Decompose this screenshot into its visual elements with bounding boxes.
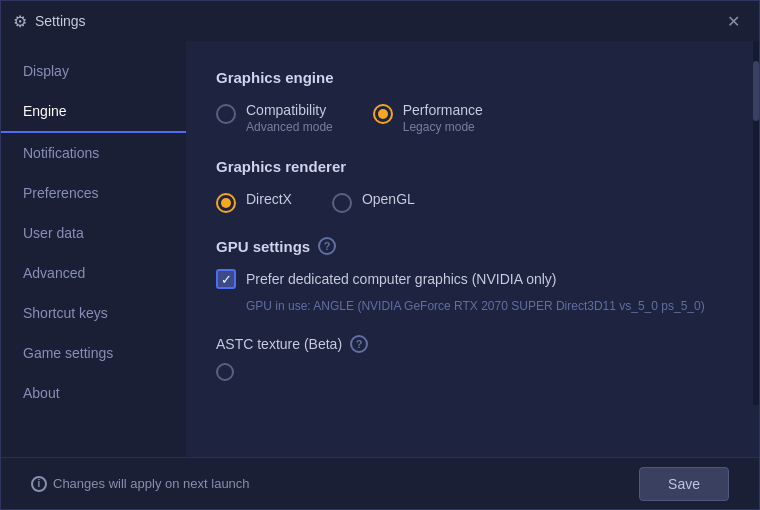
titlebar: ⚙ Settings ✕ [1, 1, 759, 41]
astc-section: ASTC texture (Beta) ? [216, 335, 729, 353]
engine-compatibility-radio[interactable] [216, 104, 236, 124]
astc-radio-row [216, 361, 729, 381]
renderer-directx-radio[interactable] [216, 193, 236, 213]
gpu-help-icon[interactable]: ? [318, 237, 336, 255]
gpu-settings-title: GPU settings [216, 238, 310, 255]
graphics-renderer-title: Graphics renderer [216, 158, 729, 175]
save-button[interactable]: Save [639, 467, 729, 501]
engine-performance-radio[interactable] [373, 104, 393, 124]
astc-radio[interactable] [216, 363, 234, 381]
scrollbar-track[interactable] [753, 41, 759, 405]
engine-performance-label: Performance [403, 102, 483, 118]
graphics-engine-title: Graphics engine [216, 69, 729, 86]
graphics-renderer-options: DirectX OpenGL [216, 191, 729, 213]
renderer-directx-label: DirectX [246, 191, 292, 207]
footer: i Changes will apply on next launch Save [1, 457, 759, 509]
renderer-directx-option[interactable]: DirectX [216, 191, 292, 213]
renderer-opengl-radio[interactable] [332, 193, 352, 213]
scrollbar-thumb[interactable] [753, 61, 759, 121]
engine-performance-option[interactable]: Performance Legacy mode [373, 102, 483, 134]
renderer-opengl-option[interactable]: OpenGL [332, 191, 415, 213]
gpu-checkbox-row: ✓ Prefer dedicated computer graphics (NV… [216, 269, 729, 289]
engine-performance-sublabel: Legacy mode [403, 120, 483, 134]
info-icon: i [31, 476, 47, 492]
footer-info-text: Changes will apply on next launch [53, 476, 250, 491]
sidebar: Display Engine Notifications Preferences… [1, 41, 186, 457]
sidebar-item-advanced[interactable]: Advanced [1, 253, 186, 293]
main-panel: Graphics engine Compatibility Advanced m… [186, 41, 759, 457]
content-area: Display Engine Notifications Preferences… [1, 41, 759, 457]
gpu-dedicated-checkbox[interactable]: ✓ [216, 269, 236, 289]
renderer-opengl-label: OpenGL [362, 191, 415, 207]
close-button[interactable]: ✕ [719, 7, 747, 35]
gpu-dedicated-label: Prefer dedicated computer graphics (NVID… [246, 271, 556, 287]
settings-icon: ⚙ [13, 12, 27, 31]
astc-help-icon[interactable]: ? [350, 335, 368, 353]
sidebar-item-shortcut-keys[interactable]: Shortcut keys [1, 293, 186, 333]
sidebar-item-about[interactable]: About [1, 373, 186, 413]
graphics-engine-section: Graphics engine Compatibility Advanced m… [216, 69, 729, 134]
settings-window: ⚙ Settings ✕ Display Engine Notification… [0, 0, 760, 510]
engine-compatibility-label: Compatibility [246, 102, 333, 118]
window-title: Settings [35, 13, 719, 29]
gpu-header: GPU settings ? [216, 237, 729, 255]
gpu-info-text: GPU in use: ANGLE (NVIDIA GeForce RTX 20… [216, 297, 729, 315]
footer-info: i Changes will apply on next launch [31, 476, 639, 492]
graphics-renderer-section: Graphics renderer DirectX OpenGL [216, 158, 729, 213]
engine-compatibility-option[interactable]: Compatibility Advanced mode [216, 102, 333, 134]
engine-compatibility-sublabel: Advanced mode [246, 120, 333, 134]
graphics-engine-options: Compatibility Advanced mode Performance … [216, 102, 729, 134]
sidebar-item-display[interactable]: Display [1, 51, 186, 91]
sidebar-item-preferences[interactable]: Preferences [1, 173, 186, 213]
astc-label: ASTC texture (Beta) [216, 336, 342, 352]
sidebar-item-user-data[interactable]: User data [1, 213, 186, 253]
sidebar-item-engine[interactable]: Engine [1, 91, 186, 133]
sidebar-item-game-settings[interactable]: Game settings [1, 333, 186, 373]
gpu-settings-section: GPU settings ? ✓ Prefer dedicated comput… [216, 237, 729, 315]
sidebar-item-notifications[interactable]: Notifications [1, 133, 186, 173]
